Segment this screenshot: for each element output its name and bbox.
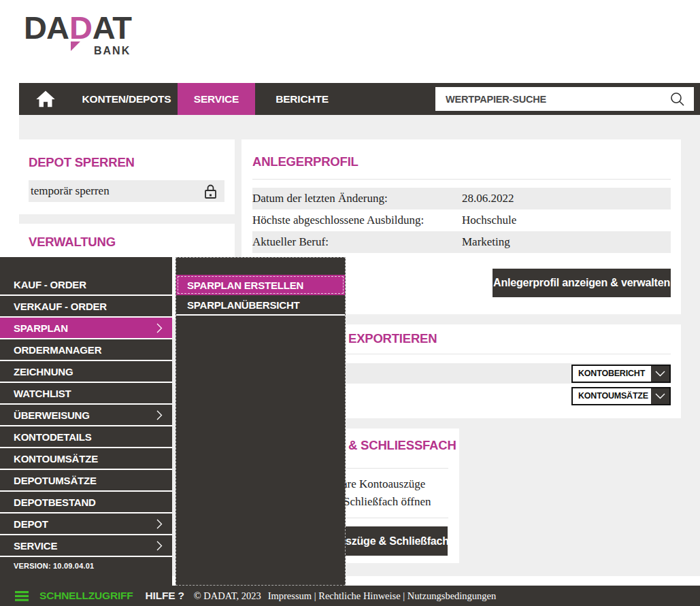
schnellzugriff-link[interactable]: SCHNELLZUGRIFF <box>39 590 133 602</box>
menu-item-label: ZEICHNUNG <box>14 366 73 377</box>
hilfe-link[interactable]: HILFE ? <box>146 590 184 602</box>
hamburger-menu-icon[interactable] <box>15 591 29 601</box>
menu-item-label: DEPOT <box>14 518 48 530</box>
chevron-right-icon <box>156 410 163 420</box>
logo-text-at: AT <box>93 10 131 46</box>
submenu-item-label: SPARPLAN ERSTELLEN <box>187 280 303 291</box>
menu-item-label: SPARPLAN <box>14 322 68 334</box>
menu-item-kontodetails[interactable]: KONTODETAILS <box>0 426 172 448</box>
dadat-logo[interactable]: DADAT BANK <box>24 7 173 61</box>
footer-bar: SCHNELLZUGRIFF HILFE ? © DADAT, 2023 Imp… <box>0 586 700 606</box>
menu-item-watchlist[interactable]: WATCHLIST <box>0 383 172 405</box>
menu-item-label: ÜBERWEISUNG <box>14 409 90 421</box>
schliessfach-text-line: are Kontoauszüge <box>342 477 425 491</box>
menu-item-zeichnung[interactable]: ZEICHNUNG <box>0 361 172 383</box>
submenu-item-sparplan-erstellen[interactable]: SPARPLAN ERSTELLEN <box>176 275 345 295</box>
footer-links[interactable]: Impressum | Rechtliche Hinweise | Nutzun… <box>268 590 497 602</box>
schliessfach-text-line: Schließfach öffnen <box>344 495 431 509</box>
menu-item-label: ORDERMANAGER <box>14 344 101 356</box>
menu-item-label: DEPOTBESTAND <box>14 496 96 508</box>
copyright-text: © DADAT, 2023 <box>194 590 261 602</box>
nav-tab-label: BERICHTE <box>276 93 329 105</box>
version-label: VERSION: 10.09.04.01 <box>14 562 94 570</box>
kontobericht-select[interactable]: KONTOBERICHT <box>571 365 671 383</box>
logo-text-da: DA <box>24 10 69 46</box>
verwaltung-title: VERWALTUNG <box>29 235 116 250</box>
profile-row-label: Datum der letzten Änderung: <box>252 192 462 205</box>
nav-tab-berichte[interactable]: BERICHTE <box>264 83 340 115</box>
logo-d-glyph: D <box>69 10 92 46</box>
menu-item-label: KAUF - ORDER <box>14 279 86 290</box>
depot-sperren-title: DEPOT SPERREN <box>29 155 135 170</box>
chevron-down-icon <box>651 388 669 404</box>
schliessfach-title: & SCHLIESSFACH <box>348 438 456 453</box>
sparplan-submenu: SPARPLAN ERSTELLEN SPARPLANÜBERSICHT <box>176 257 346 586</box>
profile-row-value: Marketing <box>462 235 510 249</box>
nav-tab-label: KONTEN/DEPOTS <box>82 93 171 105</box>
service-dropdown-menu: KAUF - ORDER VERKAUF - ORDER SPARPLAN OR… <box>0 257 172 586</box>
profile-row-value: 28.06.2022 <box>462 192 514 205</box>
profile-row-label: Höchste abgeschlossene Ausbildung: <box>252 214 462 227</box>
wertpapier-search-box <box>435 87 694 111</box>
nav-tab-label: SERVICE <box>194 93 239 105</box>
select-value: KONTOBERICHT <box>573 366 651 382</box>
profile-row: Höchste abgeschlossene Ausbildung: Hochs… <box>252 209 671 231</box>
profile-row: Datum der letzten Änderung: 28.06.2022 <box>252 188 671 209</box>
chevron-right-icon <box>156 541 163 551</box>
divider <box>252 179 671 180</box>
submenu-item-label: SPARPLANÜBERSICHT <box>187 299 300 311</box>
nav-home-tab[interactable] <box>19 83 72 115</box>
menu-item-label: WATCHLIST <box>14 388 71 399</box>
menu-item-verkauf-order[interactable]: VERKAUF - ORDER <box>0 296 172 318</box>
menu-item-label: DEPOTUMSÄTZE <box>14 475 97 486</box>
menu-item-ueberweisung[interactable]: ÜBERWEISUNG <box>0 405 172 426</box>
chevron-right-icon <box>156 519 163 529</box>
chevron-down-icon <box>651 366 669 382</box>
wertpapier-search-input[interactable] <box>435 87 669 111</box>
logo-bank-label: BANK <box>94 45 131 57</box>
menu-item-service[interactable]: SERVICE <box>0 535 172 557</box>
anlegerprofil-title: ANLEGERPROFIL <box>252 154 359 169</box>
menu-item-ordermanager[interactable]: ORDERMANAGER <box>0 339 172 361</box>
exportieren-title: EXPORTIEREN <box>348 331 437 346</box>
profile-row-label: Aktueller Beruf: <box>252 235 462 249</box>
main-navbar: KONTEN/DEPOTS SERVICE BERICHTE <box>19 83 700 115</box>
menu-item-kauf-order[interactable]: KAUF - ORDER <box>0 274 172 296</box>
profile-row-value: Hochschule <box>462 214 516 227</box>
search-icon[interactable] <box>669 91 686 107</box>
select-value: KONTOUMSÄTZE <box>573 388 651 404</box>
depot-sperren-card: DEPOT SPERREN temporär sperren <box>19 139 235 214</box>
submenu-item-sparplanuebersicht[interactable]: SPARPLANÜBERSICHT <box>176 295 345 316</box>
menu-item-depotbestand[interactable]: DEPOTBESTAND <box>0 492 172 514</box>
anlegerprofil-verwalten-button[interactable]: Anlegerprofil anzeigen & verwalten <box>493 269 671 297</box>
temporaer-sperren-row[interactable]: temporär sperren <box>29 180 224 202</box>
menu-item-sparplan[interactable]: SPARPLAN <box>0 318 172 339</box>
chevron-right-icon <box>156 323 163 333</box>
kontoumsaetze-select[interactable]: KONTOUMSÄTZE <box>571 387 671 405</box>
profile-row: Aktueller Beruf: Marketing <box>252 231 671 253</box>
menu-item-label: KONTOUMSÄTZE <box>14 453 98 465</box>
menu-item-label: SERVICE <box>14 540 57 552</box>
logo-wordmark: DADAT <box>24 7 173 49</box>
menu-item-kontoumsaetze[interactable]: KONTOUMSÄTZE <box>0 448 172 470</box>
nav-tab-konten-depots[interactable]: KONTEN/DEPOTS <box>72 83 181 115</box>
lock-icon <box>204 184 217 199</box>
menu-item-depotumsaetze[interactable]: DEPOTUMSÄTZE <box>0 470 172 492</box>
home-icon <box>35 90 56 109</box>
temporaer-sperren-label: temporär sperren <box>31 184 110 198</box>
menu-item-depot[interactable]: DEPOT <box>0 514 172 535</box>
menu-item-label: KONTODETAILS <box>14 431 92 443</box>
menu-item-label: VERKAUF - ORDER <box>14 301 107 312</box>
nav-tab-service[interactable]: SERVICE <box>178 83 255 115</box>
